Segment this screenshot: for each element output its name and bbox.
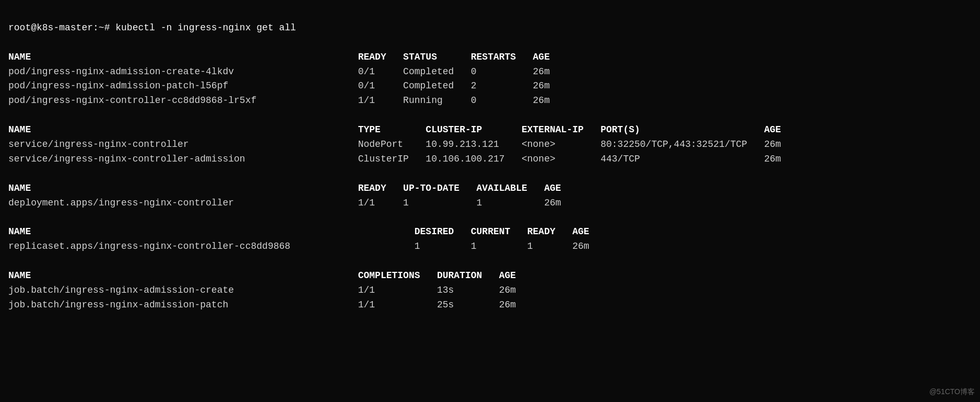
replicasets-header: NAME DESIRED CURRENT READY AGE: [8, 226, 589, 237]
deployments-header: NAME READY UP-TO-DATE AVAILABLE AGE: [8, 183, 561, 193]
services-header: NAME TYPE CLUSTER-IP EXTERNAL-IP PORT(S)…: [8, 124, 781, 135]
pod-row-3: pod/ingress-nginx-controller-cc8dd9868-l…: [8, 95, 550, 106]
watermark: @51CTO博客: [929, 386, 975, 398]
job-row-2: job.batch/ingress-nginx-admission-patch …: [8, 300, 516, 310]
pod-row-1: pod/ingress-nginx-admission-create-4lkdv…: [8, 66, 550, 77]
terminal: root@k8s-master:~# kubectl -n ingress-ng…: [8, 6, 972, 313]
pod-row-2: pod/ingress-nginx-admission-patch-l56pf …: [8, 81, 550, 91]
prompt-line: root@k8s-master:~# kubectl -n ingress-ng…: [8, 22, 296, 33]
job-row-1: job.batch/ingress-nginx-admission-create…: [8, 285, 516, 295]
jobs-header: NAME COMPLETIONS DURATION AGE: [8, 270, 516, 281]
service-row-2: service/ingress-nginx-controller-admissi…: [8, 154, 781, 164]
replicaset-row-1: replicaset.apps/ingress-nginx-controller…: [8, 241, 589, 251]
deployment-row-1: deployment.apps/ingress-nginx-controller…: [8, 198, 561, 208]
pods-header: NAME READY STATUS RESTARTS AGE: [8, 52, 550, 62]
service-row-1: service/ingress-nginx-controller NodePor…: [8, 139, 781, 150]
